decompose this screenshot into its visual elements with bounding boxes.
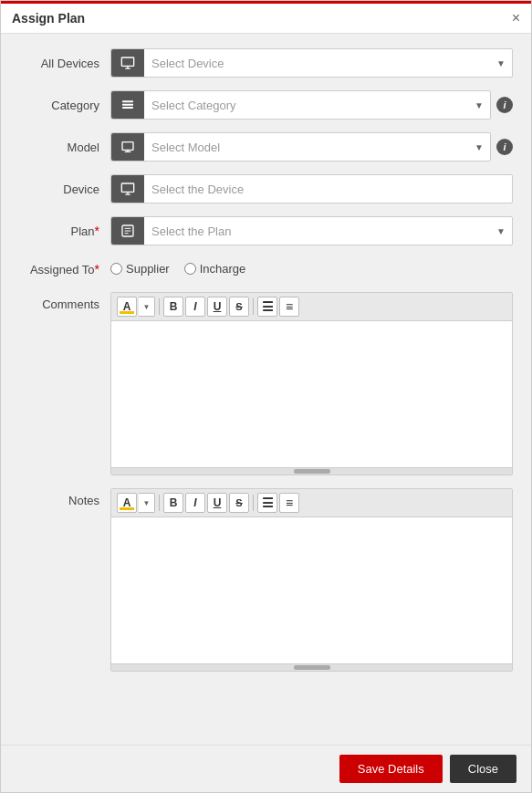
notes-toolbar: A ▼ B I U S ☰ ≡ [111,489,512,517]
comments-row: Comments A ▼ B I U S ☰ ≡ [19,292,513,475]
model-info-icon[interactable]: i [496,139,513,155]
notes-row: Notes A ▼ B I U S ☰ ≡ [19,488,513,672]
notes-toolbar-sep1 [159,495,160,511]
close-button[interactable]: Close [450,755,516,783]
device-input-group: Select the Device [110,174,513,203]
comments-font-color-button[interactable]: A [117,297,137,317]
comments-toolbar-sep1 [159,298,160,315]
assigned-to-row: Assigned To* Supplier Incharge [19,258,513,279]
dialog-body: All Devices Select Device ▼ Select Devic… [1,34,531,745]
comments-toolbar: A ▼ B I U S ☰ ≡ [111,293,512,321]
comments-underline-button[interactable]: U [207,297,227,317]
plan-select[interactable]: Select the Plan ▼ Select the Plan [110,216,513,245]
notes-scrollbar-thumb [294,665,330,670]
all-devices-label: All Devices [19,57,110,70]
comments-font-color-dropdown[interactable]: ▼ [139,297,155,317]
device-icon [111,175,144,203]
comments-toolbar-sep2 [253,298,254,315]
plan-required-star: * [95,224,99,238]
comments-bold-button[interactable]: B [163,297,183,317]
notes-editor: A ▼ B I U S ☰ ≡ [110,488,513,672]
supplier-radio[interactable] [110,263,122,275]
device-placeholder: Select the Device [144,183,512,196]
all-devices-input-group: Select Device ▼ Select Device [110,48,513,78]
notes-toolbar-sep2 [253,495,254,511]
all-devices-row: All Devices Select Device ▼ Select Devic… [19,48,513,78]
dialog-close-button[interactable]: × [512,11,520,26]
category-input-group: Select Category ▼ Select Category i [110,90,513,120]
device-row: Device Select the Device [19,174,513,203]
device-label: Device [19,183,110,196]
save-details-button[interactable]: Save Details [339,755,443,783]
notes-bold-button[interactable]: B [163,493,183,513]
dialog-header: Assign Plan × [1,1,531,34]
dialog-footer: Save Details Close [1,745,531,792]
comments-editor-area[interactable] [111,321,512,467]
plan-row: Plan* Select the Plan ▼ Se [19,216,513,245]
comments-scrollbar-thumb [294,469,330,474]
plan-label: Plan* [19,224,110,238]
category-info-icon[interactable]: i [496,97,513,113]
notes-editor-area[interactable] [111,517,512,663]
comments-editor: A ▼ B I U S ☰ ≡ [110,292,513,475]
notes-unordered-list-button[interactable]: ☰ [257,493,277,513]
svg-rect-9 [121,183,133,192]
incharge-label: Incharge [200,262,246,276]
notes-underline-button[interactable]: U [207,493,227,513]
assign-plan-dialog: Assign Plan × All Devices Select Device [0,0,532,793]
supplier-radio-label[interactable]: Supplier [110,262,170,276]
model-input-group: Select Model ▼ Select Model i [110,132,513,162]
incharge-radio-label[interactable]: Incharge [184,262,246,276]
model-row: Model Select Model ▼ Select Model [19,132,513,162]
notes-strikethrough-button[interactable]: S [229,493,249,513]
comments-italic-button[interactable]: I [185,297,205,317]
supplier-label: Supplier [126,262,170,276]
assigned-required-star: * [95,262,99,277]
comments-label: Comments [19,292,110,311]
device-input[interactable]: Select the Device [110,174,513,203]
notes-scrollbar[interactable] [111,663,512,671]
category-row: Category Select Category ▼ Select Catego… [19,90,513,120]
comments-unordered-list-button[interactable]: ☰ [257,297,277,317]
plan-input-group: Select the Plan ▼ Select the Plan [110,216,513,245]
notes-font-color-dropdown[interactable]: ▼ [139,493,155,513]
all-devices-select[interactable]: Select Device ▼ Select Device [110,48,513,78]
category-select[interactable]: Select Category ▼ Select Category [110,90,491,120]
notes-label: Notes [19,488,110,507]
model-label: Model [19,141,110,154]
notes-ordered-list-button[interactable]: ≡ [279,493,299,513]
comments-scrollbar[interactable] [111,467,512,475]
category-label: Category [19,99,110,112]
notes-italic-button[interactable]: I [185,493,205,513]
comments-strikethrough-button[interactable]: S [229,297,249,317]
dialog-title: Assign Plan [12,11,85,26]
assigned-to-label: Assigned To* [19,262,110,277]
assigned-to-radio-group: Supplier Incharge [110,258,245,279]
notes-font-color-button[interactable]: A [117,493,137,513]
incharge-radio[interactable] [184,263,196,275]
model-select[interactable]: Select Model ▼ Select Model [110,132,491,162]
comments-ordered-list-button[interactable]: ≡ [279,297,299,317]
